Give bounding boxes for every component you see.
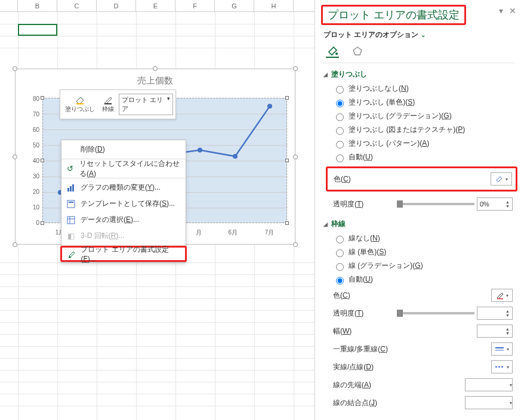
fill-pattern-radio[interactable]: 塗りつぶし (パターン)(A): [331, 137, 513, 150]
y-tick: 50: [26, 142, 39, 149]
pen-icon: [103, 95, 113, 105]
outline-transparency-slider[interactable]: [397, 312, 474, 314]
fill-color-picker[interactable]: ▾: [491, 172, 512, 186]
fill-transparency-value: 0%: [480, 200, 489, 208]
svg-rect-18: [72, 184, 74, 192]
svg-rect-16: [67, 188, 69, 192]
y-tick: 10: [26, 204, 39, 211]
paint-bucket-icon: [75, 95, 85, 105]
outline-color-picker[interactable]: ▾: [491, 289, 513, 302]
col-header-g[interactable]: G: [215, 0, 254, 11]
mini-outline-button[interactable]: 枠線: [100, 94, 116, 115]
resize-handle-nw[interactable]: [13, 66, 17, 71]
outline-section-label: 枠線: [331, 219, 346, 229]
fill-none-radio[interactable]: 塗りつぶしなし(N): [331, 82, 513, 95]
svg-rect-24: [69, 257, 71, 258]
blank-icon: [66, 145, 76, 155]
svg-rect-19: [67, 200, 75, 208]
fill-section-header[interactable]: ◢ 塗りつぶし: [315, 67, 521, 82]
fill-section-label: 塗りつぶし: [331, 69, 367, 79]
y-tick: 30: [26, 173, 39, 180]
mini-element-dropdown[interactable]: プロット エリア ▾: [119, 94, 173, 115]
resize-handle-w[interactable]: [13, 155, 17, 159]
col-header-h[interactable]: H: [254, 0, 294, 11]
outline-width-input[interactable]: ▲▼: [477, 325, 513, 338]
fill-gradient-radio[interactable]: 塗りつぶし (グラデーション)(G): [331, 109, 513, 123]
fill-color-highlight: 色(C) ▾: [326, 166, 517, 192]
col-header-f[interactable]: F: [175, 0, 215, 11]
ctx-change-type[interactable]: グラフの種類の変更(Y)...: [61, 180, 186, 196]
chevron-down-icon: ⌄: [421, 32, 426, 38]
svg-point-12: [233, 154, 238, 159]
y-tick: 60: [26, 126, 39, 133]
chart-type-icon: [66, 183, 76, 193]
mini-fill-button[interactable]: 塗りつぶし: [63, 94, 97, 115]
outline-cap-label: 線の先端(A): [333, 380, 371, 390]
outline-join-label: 線の結合点(J): [333, 398, 377, 408]
col-header-e[interactable]: E: [136, 0, 175, 11]
spinner-icon[interactable]: ▲▼: [505, 309, 510, 317]
context-menu: 削除(D) ↺ リセットしてスタイルに合わせる(A) グラフの種類の変更(Y).…: [61, 140, 186, 262]
outline-auto-radio[interactable]: 自動(U): [331, 273, 513, 286]
pane-close-button[interactable]: ✕: [509, 6, 516, 16]
outline-width-label: 幅(W): [333, 326, 352, 336]
col-header-d[interactable]: D: [97, 0, 136, 11]
outline-join-picker[interactable]: ▾: [465, 396, 513, 409]
outline-transparency-input[interactable]: ▲▼: [477, 307, 513, 320]
svg-point-11: [198, 148, 202, 153]
fill-transparency-slider[interactable]: [397, 203, 474, 205]
ctx-3d-rotation: ◧ 3-D 回転(R)...: [61, 228, 186, 244]
resize-handle-sw[interactable]: [13, 242, 17, 247]
tab-effects[interactable]: [351, 45, 364, 58]
outline-compound-picker[interactable]: ▾: [491, 342, 513, 356]
fill-picture-radio[interactable]: 塗りつぶし (図またはテクスチャ)(P): [331, 123, 513, 137]
pentagon-icon: [352, 45, 363, 57]
fill-transparency-input[interactable]: 0% ▲▼: [477, 197, 513, 211]
outline-dash-label: 実線/点線(D): [333, 362, 374, 372]
ctx-save-template[interactable]: テンプレートとして保存(S)...: [61, 196, 186, 212]
resize-handle-n[interactable]: [153, 66, 158, 71]
chevron-down-icon: ▾: [507, 347, 509, 352]
fill-auto-radio[interactable]: 自動(U): [331, 150, 513, 164]
outline-gradient-radio[interactable]: 線 (グラデーション)(G): [331, 259, 513, 273]
outline-none-radio[interactable]: 線なし(N): [331, 231, 513, 245]
svg-rect-27: [497, 298, 503, 299]
col-header-b[interactable]: B: [18, 0, 57, 11]
active-cell[interactable]: [18, 24, 57, 36]
chevron-down-icon: ▾: [506, 293, 508, 298]
ctx-format-plot-area[interactable]: プロット エリアの書式設定(F)...: [60, 246, 187, 262]
chevron-down-icon: ▾: [507, 365, 509, 370]
fill-transparency-label: 透明度(T): [333, 199, 363, 209]
col-header-c[interactable]: C: [57, 0, 97, 11]
svg-rect-14: [76, 103, 84, 104]
tab-fill-line[interactable]: [326, 45, 339, 58]
ctx-delete[interactable]: 削除(D): [61, 141, 186, 158]
template-icon: [66, 199, 76, 209]
svg-marker-26: [353, 47, 362, 55]
ctx-reset[interactable]: ↺ リセットしてスタイルに合わせる(A): [61, 160, 186, 177]
spinner-icon[interactable]: ▲▼: [505, 327, 510, 335]
svg-point-25: [335, 52, 338, 55]
pane-options-button[interactable]: ▾: [499, 6, 503, 16]
y-tick: 70: [26, 111, 39, 118]
resize-handle-e[interactable]: [293, 155, 298, 159]
fill-solid-radio[interactable]: 塗りつぶし (単色)(S): [331, 95, 513, 109]
pane-title: プロット エリアの書式設定: [321, 5, 466, 25]
mini-dropdown-value: プロット エリア: [122, 95, 167, 113]
select-data-icon: [66, 215, 76, 225]
ctx-3d-rotation-label: 3-D 回転(R)...: [81, 231, 124, 241]
spinner-icon[interactable]: ▲▼: [505, 200, 510, 208]
ctx-format-plot-area-label: プロット エリアの書式設定(F)...: [81, 245, 180, 263]
chart-title[interactable]: 売上個数: [16, 69, 295, 89]
outline-cap-picker[interactable]: ▾: [465, 378, 513, 391]
outline-dash-picker[interactable]: ▾: [491, 360, 513, 373]
ctx-select-data[interactable]: データの選択(E)...: [61, 212, 186, 228]
collapse-icon: ◢: [323, 221, 328, 227]
format-category-tabs: [315, 42, 521, 63]
resize-handle-se[interactable]: [293, 242, 298, 247]
outline-solid-radio[interactable]: 線 (単色)(S): [331, 245, 513, 259]
outline-section-header[interactable]: ◢ 枠線: [315, 217, 521, 231]
col-header-blank[interactable]: [0, 0, 18, 11]
resize-handle-ne[interactable]: [293, 66, 298, 71]
pane-subtitle-row[interactable]: プロット エリアのオプション ⌄: [315, 27, 521, 42]
